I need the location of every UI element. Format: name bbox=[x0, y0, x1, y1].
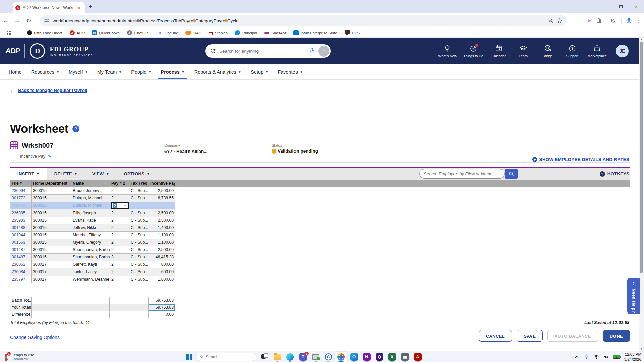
pay-number-cell[interactable]: 2 bbox=[110, 187, 129, 194]
pay-number-cell[interactable]: 2 bbox=[110, 195, 129, 202]
file-number-cell[interactable]: 001772 bbox=[10, 195, 32, 202]
nav-item-resources[interactable]: Resources▼ bbox=[26, 64, 64, 79]
minimize-button[interactable]: — bbox=[598, 4, 613, 9]
incentive-pay-cell[interactable]: 1,400.00 bbox=[149, 224, 175, 231]
extensions-puzzle-icon[interactable] bbox=[596, 18, 602, 24]
pay-number-cell[interactable]: 2 bbox=[110, 232, 129, 239]
tax-frequency-cell[interactable]: C - Sup... bbox=[129, 254, 149, 261]
column-header[interactable]: Incentive Pay bbox=[149, 180, 175, 187]
column-header[interactable]: Tax Freq... bbox=[129, 180, 149, 187]
home-department-cell[interactable]: 300015 bbox=[32, 239, 71, 246]
maximize-button[interactable] bbox=[613, 4, 629, 9]
incentive-pay-cell[interactable]: 2,500.00 bbox=[149, 187, 175, 194]
header-item-calendar[interactable]: Calendar bbox=[490, 44, 508, 58]
home-department-cell[interactable]: 300015 bbox=[32, 202, 71, 209]
forward-icon[interactable]: → bbox=[11, 17, 23, 24]
bookmark-item[interactable]: IIntuit Enterprise Suite bbox=[293, 30, 337, 35]
nav-item-people[interactable]: People▼ bbox=[126, 64, 156, 79]
name-cell[interactable]: Dulapa, Michael bbox=[71, 202, 110, 209]
nav-item-process[interactable]: Process▼ bbox=[156, 64, 189, 79]
profile-icon[interactable] bbox=[626, 18, 632, 24]
edit-pencil-icon[interactable]: ✎ bbox=[48, 154, 52, 159]
home-department-cell[interactable]: 300017 bbox=[32, 261, 71, 268]
name-cell[interactable]: Myers, Gregory bbox=[71, 239, 110, 246]
delete-button[interactable]: DELETE▼ bbox=[47, 168, 85, 180]
start-button[interactable] bbox=[184, 352, 194, 362]
table-row[interactable]: 236005300015Ellis, Joseph2C - Sup...2,50… bbox=[10, 209, 175, 217]
tax-frequency-cell[interactable] bbox=[129, 202, 149, 209]
close-button[interactable]: × bbox=[629, 4, 644, 9]
pay-number-cell[interactable]: 2 bbox=[110, 239, 129, 246]
pay-number-cell[interactable]: 2 bbox=[110, 224, 129, 231]
options-button[interactable]: OPTIONS▼ bbox=[117, 168, 157, 180]
bookmark-item[interactable]: SaasAnt bbox=[264, 31, 286, 35]
column-header[interactable]: Home Department bbox=[32, 180, 71, 187]
view-button[interactable]: VIEW▼ bbox=[85, 168, 117, 180]
home-department-cell[interactable]: 300015 bbox=[32, 217, 71, 224]
microphone-tray-icon[interactable] bbox=[584, 354, 589, 360]
wifi-icon[interactable] bbox=[593, 354, 599, 360]
table-row[interactable]: 001944300015Morche, Tiffany2C - Sup...1,… bbox=[10, 232, 175, 239]
home-department-cell[interactable]: 300015 bbox=[32, 187, 71, 194]
name-cell[interactable]: Jeffrey, Nikki bbox=[71, 224, 110, 231]
column-header[interactable]: Pay # 2 bbox=[110, 180, 129, 187]
home-department-cell[interactable]: 300015 bbox=[32, 254, 71, 261]
extension-arrow-icon[interactable]: ➤ bbox=[587, 18, 591, 24]
need-help-tab[interactable]: ? Need Help? bbox=[627, 278, 640, 314]
file-number-cell[interactable]: 235933 bbox=[10, 217, 32, 224]
reload-icon[interactable]: ↻ bbox=[23, 17, 34, 24]
header-item-bridge[interactable]: BBridge bbox=[539, 44, 557, 58]
taskbar-app-excel[interactable]: X bbox=[386, 352, 398, 362]
file-number-cell[interactable]: 001563 bbox=[10, 239, 32, 246]
incentive-pay-cell[interactable]: 600.00 bbox=[149, 268, 175, 276]
taskbar-app-quickbooks-time[interactable]: Q bbox=[373, 352, 386, 362]
column-header[interactable]: Name bbox=[71, 180, 110, 187]
pay-number-cell[interactable]: 2 bbox=[110, 202, 129, 209]
tax-frequency-cell[interactable]: C - Sup... bbox=[129, 239, 149, 246]
cancel-button[interactable]: CANCEL bbox=[479, 330, 512, 342]
table-row[interactable]: 001487300015Shooshanian, Barbara3C - Sup… bbox=[10, 254, 175, 261]
incentive-pay-cell[interactable]: 6,738.55 bbox=[149, 195, 175, 202]
show-employee-details-link[interactable]: + SHOW EMPLOYEE DETAILS AND RATES bbox=[532, 157, 629, 162]
home-department-cell[interactable]: 300015 bbox=[32, 209, 71, 217]
home-department-cell[interactable]: 300015 bbox=[32, 246, 71, 253]
home-department-cell[interactable]: 300017 bbox=[32, 276, 71, 283]
insert-button[interactable]: INSERT▼ bbox=[10, 168, 47, 180]
taskbar-app-task-view[interactable] bbox=[258, 352, 271, 362]
incentive-pay-cell[interactable]: 800.00 bbox=[149, 261, 175, 268]
table-row[interactable]: 001772300015Dulapa, Michael2C - Sup...6,… bbox=[10, 195, 175, 202]
name-cell[interactable]: Morche, Tiffany bbox=[71, 232, 110, 239]
taskbar-app-teams[interactable]: T1 bbox=[297, 352, 309, 362]
hotkeys-link[interactable]: ? HOTKEYS bbox=[600, 168, 630, 180]
pay-number-cell[interactable]: 2 bbox=[110, 268, 129, 276]
taskbar-app-concur[interactable]: C bbox=[322, 352, 335, 362]
taskbar-app-acrobat[interactable]: A bbox=[411, 352, 424, 362]
incentive-pay-cell[interactable]: 2,500.00 bbox=[149, 209, 175, 217]
pay-number-cell[interactable]: 3 bbox=[110, 254, 129, 261]
battery-icon[interactable]: ↯ bbox=[613, 355, 620, 359]
bookmark-item[interactable]: UPS bbox=[345, 30, 360, 35]
taskbar-app-chrome[interactable] bbox=[335, 352, 347, 362]
tax-frequency-cell[interactable]: C - Sup... bbox=[129, 246, 149, 253]
browser-tab[interactable]: A ADP Workforce Now - Workshe × bbox=[13, 2, 85, 13]
incentive-pay-cell[interactable]: 1,100.00 bbox=[149, 239, 175, 246]
table-row[interactable]: 236084300017Taylor, Lacey2C - Sup...600.… bbox=[10, 268, 175, 276]
site-controls-icon[interactable] bbox=[44, 18, 50, 24]
bookmark-item[interactable]: HAP bbox=[185, 31, 201, 35]
header-item-cap[interactable]: Learn bbox=[514, 44, 532, 58]
back-to-payroll-link[interactable]: ← Back to Manage Regular Payroll bbox=[10, 87, 87, 93]
name-cell[interactable]: Taylor, Lacey bbox=[71, 268, 110, 276]
home-department-cell[interactable]: 300015 bbox=[32, 195, 71, 202]
pay-number-cell[interactable]: 2 bbox=[110, 209, 129, 217]
file-number-cell[interactable]: 001488 bbox=[10, 224, 32, 231]
employee-search-input[interactable] bbox=[424, 171, 500, 176]
table-row[interactable]: 235797300017Wehrmann, Deanne2C - Sup...1… bbox=[10, 276, 175, 283]
help-icon[interactable]: ? bbox=[72, 125, 79, 132]
table-row[interactable]: 236062300017Garrett, Kayti2C - Sup...800… bbox=[10, 261, 175, 268]
bookmark-star-icon[interactable] bbox=[557, 18, 563, 24]
incentive-pay-cell[interactable] bbox=[149, 202, 175, 209]
pay-number-cell[interactable]: 2 bbox=[110, 246, 129, 253]
taskbar-app-remote-desktop[interactable] bbox=[309, 352, 322, 362]
bookmark-item[interactable]: qbQuickBooks bbox=[92, 30, 119, 35]
incentive-pay-cell[interactable]: 1,100.00 bbox=[149, 232, 175, 239]
